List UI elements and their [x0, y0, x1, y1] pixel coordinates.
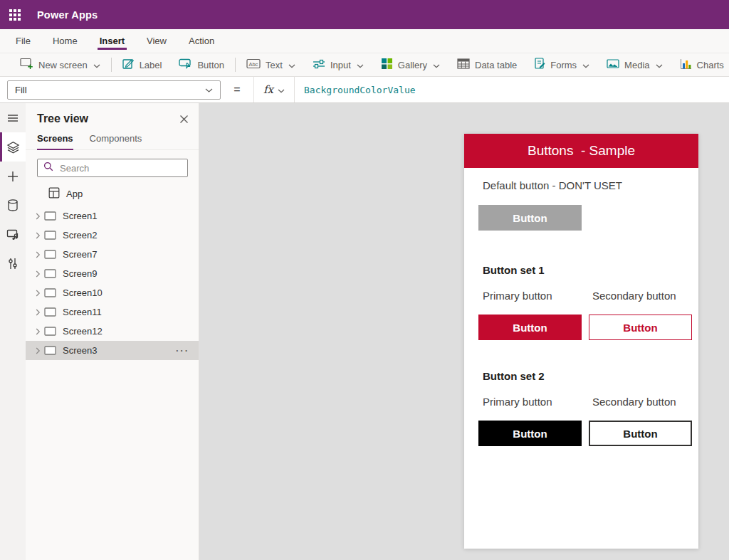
tree-item-label: Screen11: [63, 307, 102, 317]
screen-icon: [44, 211, 56, 221]
gallery-menu[interactable]: Gallery: [372, 53, 449, 76]
chevron-right-icon[interactable]: [31, 290, 44, 297]
tree-view-title: Tree view: [37, 112, 88, 125]
rail-advanced-tools-icon[interactable]: [0, 249, 26, 278]
toolbar-separator: [111, 58, 112, 72]
app-icon: [48, 187, 60, 201]
forms-menu[interactable]: Forms: [525, 53, 598, 76]
chevron-down-icon: [357, 60, 364, 70]
app-title: Power Apps: [37, 9, 98, 21]
menu-file[interactable]: File: [16, 29, 31, 53]
tree-item-screen12[interactable]: Screen12: [26, 322, 199, 341]
button-set-2-title[interactable]: Button set 2: [483, 370, 545, 382]
app-header[interactable]: Buttons - Sample: [464, 134, 698, 168]
tree-item-screen11[interactable]: Screen11: [26, 302, 199, 322]
default-button-label[interactable]: Default button - DON'T USET: [483, 179, 622, 191]
waffle-grid: [9, 9, 21, 21]
rail-tree-view-icon[interactable]: [0, 132, 26, 162]
text-icon: Abc: [246, 58, 261, 71]
rail-data-icon[interactable]: [0, 191, 26, 220]
tree-item-screen2[interactable]: Screen2: [26, 226, 199, 245]
fx-dropdown[interactable]: fx: [253, 77, 295, 102]
media-icon: [607, 58, 619, 71]
media-menu[interactable]: Media: [598, 53, 671, 76]
new-screen-icon: [20, 58, 33, 72]
chevron-right-icon[interactable]: [31, 232, 44, 239]
equals-sign: =: [221, 83, 253, 96]
tree-item-screen3[interactable]: Screen3 ···: [26, 341, 199, 360]
rail-media-icon[interactable]: [0, 220, 26, 249]
tree-item-label: Screen9: [63, 268, 97, 279]
power-apps-studio: Power Apps File Home Insert View Action …: [0, 0, 729, 560]
tree-item-screen1[interactable]: Screen1: [26, 206, 199, 226]
set1-primary-button[interactable]: Button: [478, 315, 582, 340]
set2-primary-label[interactable]: Primary button: [483, 396, 552, 408]
app-screen-preview[interactable]: Buttons - Sample Default button - DON'T …: [464, 134, 698, 549]
chevron-right-icon[interactable]: [31, 328, 44, 335]
text-icon-glyph: Abc: [248, 61, 258, 68]
tree-item-label: Screen7: [63, 249, 97, 260]
rail-insert-icon[interactable]: [0, 162, 26, 191]
button-icon: [179, 58, 192, 72]
tree-item-label: Screen12: [63, 326, 103, 337]
set2-primary-button[interactable]: Button: [478, 421, 582, 446]
menubar: File Home Insert View Action: [0, 29, 729, 53]
chevron-right-icon[interactable]: [31, 251, 44, 258]
left-rail: [0, 103, 26, 560]
data-table-button[interactable]: Data table: [449, 53, 525, 76]
tab-screens[interactable]: Screens: [37, 133, 73, 149]
insert-toolbar: New screen Label Button Abc Text Input G…: [0, 53, 729, 77]
set2-secondary-button[interactable]: Button: [589, 421, 692, 446]
rail-hamburger-icon[interactable]: [0, 103, 26, 132]
input-menu[interactable]: Input: [304, 53, 372, 76]
label-button[interactable]: Label: [114, 53, 171, 76]
screen-icon: [44, 307, 56, 317]
button-set-1-title[interactable]: Button set 1: [483, 264, 545, 276]
chevron-right-icon[interactable]: [31, 270, 44, 278]
waffle-menu-icon[interactable]: [0, 0, 30, 29]
text-menu[interactable]: Abc Text: [238, 53, 304, 76]
tree-item-screen7[interactable]: Screen7: [26, 245, 199, 264]
button-label: Button: [197, 60, 224, 70]
tree-search-box: [37, 159, 188, 177]
media-label: Media: [624, 60, 649, 70]
toolbar-separator: [235, 58, 236, 72]
tab-components[interactable]: Components: [90, 133, 142, 149]
screen-icon: [44, 288, 56, 297]
charts-icon: [680, 58, 692, 72]
menu-home[interactable]: Home: [53, 29, 78, 53]
text-label: Text: [266, 60, 283, 70]
default-button[interactable]: Button: [478, 205, 582, 231]
gallery-label: Gallery: [398, 60, 427, 70]
titlebar: Power Apps: [0, 0, 729, 29]
button-button[interactable]: Button: [170, 53, 233, 76]
menu-insert[interactable]: Insert: [100, 29, 125, 53]
charts-menu[interactable]: Charts: [671, 53, 729, 76]
new-screen-button[interactable]: New screen: [11, 53, 109, 76]
set1-secondary-button[interactable]: Button: [589, 315, 692, 340]
close-icon[interactable]: [179, 115, 189, 124]
fx-icon: fx: [263, 83, 273, 96]
search-input[interactable]: [58, 162, 182, 174]
tree-item-screen10[interactable]: Screen10: [26, 283, 199, 302]
formula-bar: Fill = fx BackgroundColorValue: [0, 77, 729, 103]
set1-primary-label[interactable]: Primary button: [483, 290, 552, 302]
tree-item-screen9[interactable]: Screen9: [26, 264, 199, 283]
label-icon: [122, 58, 135, 72]
design-canvas[interactable]: Buttons - Sample Default button - DON'T …: [199, 103, 729, 560]
menu-view[interactable]: View: [147, 29, 167, 53]
formula-input[interactable]: BackgroundColorValue: [304, 85, 416, 95]
input-icon: [313, 58, 325, 72]
tree-view-tabs: Screens Components: [26, 125, 199, 150]
tree-item-app[interactable]: App: [26, 184, 199, 204]
chevron-right-icon[interactable]: [31, 213, 44, 220]
more-options-icon[interactable]: ···: [176, 345, 189, 356]
tree-item-label: Screen3: [63, 345, 97, 356]
chevron-right-icon[interactable]: [31, 347, 44, 354]
menu-action[interactable]: Action: [189, 29, 214, 53]
set2-secondary-label[interactable]: Secondary button: [592, 396, 676, 408]
property-selector[interactable]: Fill: [7, 80, 221, 100]
chevron-right-icon[interactable]: [31, 309, 44, 316]
charts-label: Charts: [697, 60, 724, 70]
set1-secondary-label[interactable]: Secondary button: [592, 290, 676, 302]
